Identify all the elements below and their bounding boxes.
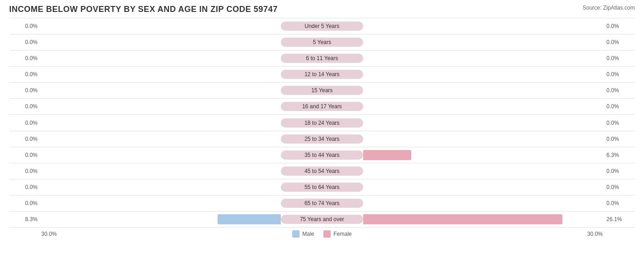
age-label: 65 to 74 Years xyxy=(281,199,363,208)
right-value-label: 6.3% xyxy=(603,152,635,158)
right-value-label: 0.0% xyxy=(603,120,635,126)
right-value-label: 0.0% xyxy=(603,87,635,94)
male-bar-side xyxy=(41,83,281,98)
bar-row: 0.0% 25 to 34 Years 0.0% xyxy=(9,131,635,147)
female-bar-side xyxy=(363,99,603,114)
chart-container: INCOME BELOW POVERTY BY SEX AND AGE IN Z… xyxy=(0,0,644,256)
chart-source: Source: ZipAtlas.com xyxy=(583,5,635,11)
left-value-label: 0.0% xyxy=(9,184,41,190)
female-bar-side xyxy=(363,195,603,211)
left-value-label: 0.0% xyxy=(9,120,41,126)
right-value-label: 0.0% xyxy=(603,184,635,190)
male-bar-side xyxy=(41,163,281,179)
age-label: Under 5 Years xyxy=(281,22,363,31)
age-label: 75 Years and over xyxy=(281,215,363,224)
bar-area: 6 to 11 Years xyxy=(41,50,603,66)
bar-area: 65 to 74 Years xyxy=(41,195,603,211)
female-bar xyxy=(363,214,562,224)
female-bar-side xyxy=(363,179,603,195)
right-value-label: 0.0% xyxy=(603,23,635,29)
male-bar-side xyxy=(41,195,281,211)
bar-area: 16 and 17 Years xyxy=(41,99,603,114)
bar-area: 25 to 34 Years xyxy=(41,131,603,147)
male-legend-label: Male xyxy=(302,231,314,237)
right-value-label: 0.0% xyxy=(603,55,635,61)
bar-row: 0.0% Under 5 Years 0.0% xyxy=(9,18,635,34)
bar-row: 0.0% 5 Years 0.0% xyxy=(9,34,635,50)
bar-area: 35 to 44 Years xyxy=(41,147,603,163)
female-bar-side xyxy=(363,34,603,50)
bar-row: 0.0% 6 to 11 Years 0.0% xyxy=(9,50,635,67)
male-bar-side xyxy=(41,18,281,34)
male-bar-side xyxy=(41,115,281,130)
left-value-label: 0.0% xyxy=(9,55,41,61)
right-value-label: 26.1% xyxy=(603,216,635,223)
bar-row: 0.0% 65 to 74 Years 0.0% xyxy=(9,195,635,211)
left-value-label: 8.3% xyxy=(9,216,41,223)
male-bar xyxy=(218,214,281,224)
male-bar-side xyxy=(41,147,281,163)
male-bar-side xyxy=(41,211,281,227)
age-label: 16 and 17 Years xyxy=(281,102,363,111)
bar-area: 18 to 24 Years xyxy=(41,115,603,130)
bar-row: 0.0% 18 to 24 Years 0.0% xyxy=(9,115,635,131)
right-value-label: 0.0% xyxy=(603,103,635,110)
bar-area: 5 Years xyxy=(41,34,603,50)
right-value-label: 0.0% xyxy=(603,136,635,142)
female-bar-side xyxy=(363,211,603,227)
bar-row: 0.0% 55 to 64 Years 0.0% xyxy=(9,179,635,195)
left-value-label: 0.0% xyxy=(9,39,41,45)
female-bar-side xyxy=(363,163,603,179)
female-bar-side xyxy=(363,83,603,98)
left-value-label: 0.0% xyxy=(9,152,41,158)
male-bar-side xyxy=(41,34,281,50)
chart-title: INCOME BELOW POVERTY BY SEX AND AGE IN Z… xyxy=(9,5,278,14)
age-label: 25 to 34 Years xyxy=(281,134,363,144)
male-bar-side xyxy=(41,179,281,195)
bar-area: 55 to 64 Years xyxy=(41,179,603,195)
age-label: 5 Years xyxy=(281,38,363,47)
chart-footer: 30.0% Male Female 30.0% xyxy=(9,230,635,238)
right-value-label: 0.0% xyxy=(603,71,635,78)
right-value-label: 0.0% xyxy=(603,39,635,45)
male-bar-side xyxy=(41,99,281,114)
chart-body: 0.0% Under 5 Years 0.0% 0.0% 5 Years xyxy=(9,18,635,228)
age-label: 45 to 54 Years xyxy=(281,167,363,176)
axis-label-right: 30.0% xyxy=(587,231,603,237)
left-value-label: 0.0% xyxy=(9,23,41,29)
left-value-label: 0.0% xyxy=(9,103,41,110)
male-legend-box xyxy=(292,230,300,238)
female-bar-side xyxy=(363,131,603,147)
right-value-label: 0.0% xyxy=(603,168,635,174)
bar-row: 8.3% 75 Years and over 26.1% xyxy=(9,211,635,228)
legend-female: Female xyxy=(323,230,352,238)
bar-row: 0.0% 35 to 44 Years 6.3% xyxy=(9,147,635,163)
left-value-label: 0.0% xyxy=(9,168,41,174)
female-legend-label: Female xyxy=(333,231,352,237)
bar-row: 0.0% 16 and 17 Years 0.0% xyxy=(9,99,635,115)
left-value-label: 0.0% xyxy=(9,200,41,206)
age-label: 12 to 14 Years xyxy=(281,70,363,79)
bar-area: 15 Years xyxy=(41,83,603,98)
chart-header: INCOME BELOW POVERTY BY SEX AND AGE IN Z… xyxy=(9,5,635,14)
legend: Male Female xyxy=(292,230,352,238)
age-label: 55 to 64 Years xyxy=(281,183,363,192)
left-value-label: 0.0% xyxy=(9,71,41,78)
female-legend-box xyxy=(323,230,331,238)
left-value-label: 0.0% xyxy=(9,87,41,94)
right-value-label: 0.0% xyxy=(603,200,635,206)
female-bar xyxy=(363,150,411,160)
male-bar-side xyxy=(41,131,281,147)
female-bar-side xyxy=(363,115,603,130)
bar-row: 0.0% 15 Years 0.0% xyxy=(9,83,635,99)
bar-row: 0.0% 12 to 14 Years 0.0% xyxy=(9,67,635,83)
bar-area: 12 to 14 Years xyxy=(41,67,603,82)
age-label: 35 to 44 Years xyxy=(281,150,363,160)
female-bar-side xyxy=(363,147,603,163)
age-label: 15 Years xyxy=(281,86,363,95)
left-value-label: 0.0% xyxy=(9,136,41,142)
legend-male: Male xyxy=(292,230,314,238)
bar-row: 0.0% 45 to 54 Years 0.0% xyxy=(9,163,635,179)
female-bar-side xyxy=(363,50,603,66)
bar-area: Under 5 Years xyxy=(41,18,603,34)
